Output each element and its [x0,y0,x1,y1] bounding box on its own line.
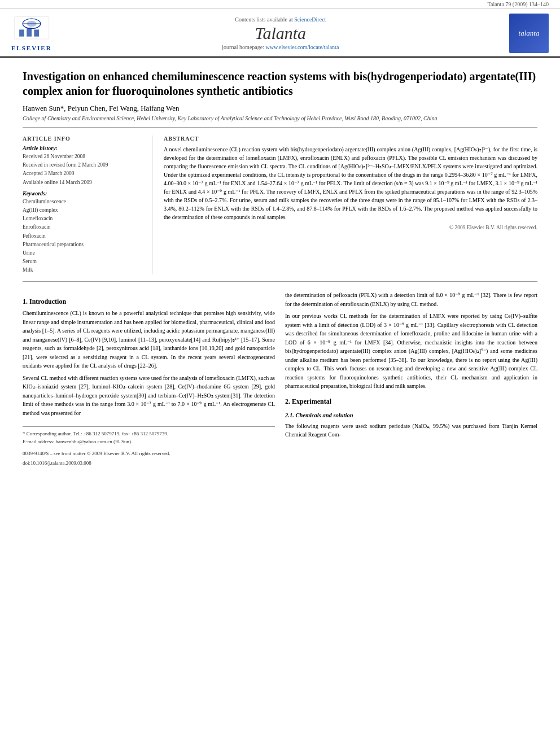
section2-para1: The following reagents were used: sodium… [285,422,537,439]
keyword-pefloxacin: Pefloxacin [23,232,144,241]
journal-homepage-link[interactable]: www.elsevier.com/locate/talanta [265,44,339,50]
journal-title: Talanta [52,24,509,43]
section1-right-para2: In our previous works CL methods for the… [285,312,537,391]
keyword-chemiluminescence: Chemiluminescence [23,198,144,206]
section2-subheading: 2.1. Chemicals and solution [285,411,537,420]
keywords-list: Chemiluminescence Ag(III) complex Lomefl… [23,198,144,275]
svg-rect-5 [27,28,32,37]
page: Talanta 79 (2009) 134–140 ELSEVIER Conte… [0,0,560,747]
footnote-area: * Corresponding author. Tel.: +86 312 50… [23,426,275,467]
journal-center-section: Contents lists available at ScienceDirec… [52,16,509,50]
revised-date: Received in revised form 2 March 2009 [23,161,144,169]
accepted-date: Accepted 3 March 2009 [23,169,144,178]
science-direct-link[interactable]: ScienceDirect [294,16,326,23]
contents-available-line: Contents lists available at ScienceDirec… [52,16,509,23]
section1-para1: Chemiluminescence (CL) is known to be a … [23,309,275,370]
journal-header: ELSEVIER Contents lists available at Sci… [0,9,560,58]
info-abstract-section: ARTICLE INFO Article history: Received 2… [23,136,537,282]
section1-para2: Several CL method with different reactio… [23,374,275,418]
available-date: Available online 14 March 2009 [23,178,144,187]
left-column: 1. Introduction Chemiluminescence (CL) i… [23,291,275,467]
right-column: the determination of pefloxacin (PFLX) w… [285,291,537,467]
elsevier-brand-text: ELSEVIER [11,45,52,51]
elsevier-logo: ELSEVIER [11,15,52,51]
section1-right-para1: the determination of pefloxacin (PFLX) w… [285,291,537,308]
abstract-title: ABSTRACT [164,136,537,142]
talanta-badge: talanta [509,14,549,53]
keyword-lomefloxacin: Lomefloxacin [23,215,144,223]
keyword-pharmaceutical: Pharmaceutical preparations [23,241,144,249]
affiliation: College of Chemistry and Environmental S… [23,115,537,128]
article-info-column: ARTICLE INFO Article history: Received 2… [23,136,152,274]
top-reference-bar: Talanta 79 (2009) 134–140 [0,0,560,9]
authors-line: Hanwen Sun*, Peiyun Chen, Fei Wang, Haif… [23,104,537,113]
copyright-line: © 2009 Elsevier B.V. All rights reserved… [164,224,537,231]
footnote-email: E-mail address: hanwenhhu@yahoo.com.cn (… [23,438,275,446]
svg-rect-4 [19,29,24,36]
footnote-doi: doi:10.1016/j.talanta.2009.03.008 [23,460,275,468]
keyword-enrofloxacin: Enrofloxacin [23,223,144,231]
keyword-milk: Milk [23,266,144,274]
received-date: Received 26 November 2008 [23,152,144,161]
journal-reference: Talanta 79 (2009) 134–140 [488,1,549,7]
main-body-columns: 1. Introduction Chemiluminescence (CL) i… [23,291,537,467]
keywords-label: Keywords: [23,190,144,196]
keyword-ag-complex: Ag(III) complex [23,206,144,215]
article-body: Investigation on enhanced chemiluminesce… [0,58,560,478]
svg-rect-6 [34,29,39,36]
keyword-urine: Urine [23,249,144,257]
article-title: Investigation on enhanced chemiluminesce… [23,69,537,98]
abstract-column: ABSTRACT A novel chemiluminescence (CL) … [164,136,537,274]
footnote-issn: 0039-9140/$ – see front matter © 2009 El… [23,450,275,458]
homepage-line: journal homepage: www.elsevier.com/locat… [52,44,509,50]
section2-heading: 2. Experimental [285,396,537,407]
history-label: Article history: [23,145,144,151]
keyword-serum: Serum [23,257,144,266]
section1-heading: 1. Introduction [23,296,275,307]
article-info-title: ARTICLE INFO [23,136,144,142]
footnote-corresponding: * Corresponding author. Tel.: +86 312 50… [23,430,275,438]
abstract-text: A novel chemiluminescence (CL) reaction … [164,145,537,231]
elsevier-logo-svg [12,15,51,43]
